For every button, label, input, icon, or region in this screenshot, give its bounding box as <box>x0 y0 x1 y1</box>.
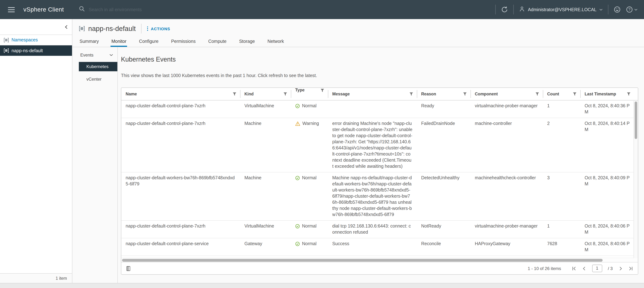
navigation-sidebar: Namespaces napp-ns-default 1 item <box>0 19 72 283</box>
column-header-reason[interactable]: Reason <box>417 88 470 100</box>
filter-icon[interactable] <box>463 92 467 96</box>
vsphere-client-window: vSphere Client Search in all environment… <box>0 0 644 288</box>
column-label: Kind <box>244 92 254 96</box>
namespace-icon <box>4 38 9 42</box>
user-menu[interactable]: Administrator@VSPHERE.LOCAL <box>519 6 602 13</box>
global-search[interactable]: Search in all environments <box>79 6 496 13</box>
column-header-type[interactable]: Type <box>291 88 328 100</box>
column-header-kind[interactable]: Kind <box>240 88 291 100</box>
column-label: Reason <box>421 92 436 96</box>
panel-description: This view shows the last 1000 Kubernetes… <box>121 73 638 78</box>
column-header-last-timestamp[interactable]: Last Timestamp <box>580 88 634 100</box>
table-row[interactable]: napp-cluster-default-control-plane-7xzrh… <box>121 100 638 118</box>
event-name-cell: napp-cluster-default-control-plane-7xzrh <box>121 221 240 238</box>
tab-summary[interactable]: Summary <box>79 38 100 47</box>
tab-monitor[interactable]: Monitor <box>111 38 127 47</box>
help-menu[interactable]: ? <box>626 6 638 13</box>
event-component-cell: virtualmachine-prober-manager <box>470 221 543 238</box>
event-message-cell <box>328 100 417 118</box>
object-header: napp-ns-default ACTIONS <box>72 19 644 34</box>
table-row[interactable]: napp-cluster-default-control-plane-7xzrh… <box>121 221 638 238</box>
tab-permissions[interactable]: Permissions <box>170 38 196 47</box>
column-label: Message <box>332 92 350 96</box>
user-icon <box>519 6 525 13</box>
vertical-scrollbar-thumb[interactable] <box>635 102 637 139</box>
filter-icon[interactable] <box>409 92 413 96</box>
event-count-cell: 1 <box>543 100 580 118</box>
event-component-cell: virtualmachine-prober-manager <box>470 100 543 118</box>
table-row[interactable]: napp-cluster-default-control-plane-7xzrh… <box>121 118 638 172</box>
subnav-item-kubernetes[interactable]: Kubernetes <box>79 62 117 71</box>
chevron-down-icon <box>599 8 602 10</box>
previous-page-button[interactable] <box>582 266 586 270</box>
filter-icon[interactable] <box>573 92 577 96</box>
first-page-button[interactable] <box>572 266 576 270</box>
window-bottom-strip <box>0 283 644 288</box>
subnav-group-events[interactable]: Events <box>79 52 117 58</box>
event-kind-cell: Machine <box>240 118 291 172</box>
event-message-cell: dial tcp 192.168.130.6:6443: connect: co… <box>328 221 417 238</box>
top-bar-actions: Administrator@VSPHERE.LOCAL ? <box>496 5 638 14</box>
subnav-group-label: Events <box>80 52 94 58</box>
event-kind-cell: Gateway <box>240 238 291 256</box>
subnav-item-vcenter[interactable]: vCenter <box>79 74 117 84</box>
tab-configure[interactable]: Configure <box>138 38 159 47</box>
event-type-label: Normal <box>302 241 316 247</box>
column-label: Count <box>547 92 559 96</box>
event-reason-cell: Reconcile <box>417 238 470 256</box>
last-page-button[interactable] <box>628 266 633 270</box>
tab-storage[interactable]: Storage <box>238 38 256 47</box>
sidebar-item-napp-ns-default[interactable]: napp-ns-default <box>0 45 72 56</box>
chevron-down-icon <box>634 8 638 10</box>
current-page-input[interactable]: 1 <box>592 264 602 272</box>
search-icon[interactable] <box>79 6 85 13</box>
status-normal-icon <box>295 103 300 108</box>
column-label: Component <box>475 92 498 96</box>
main-content: napp-ns-default ACTIONS SummaryMonitorCo… <box>72 19 644 283</box>
event-reason-cell: Ready <box>417 100 470 118</box>
event-count-cell: 1 <box>543 221 580 238</box>
event-message-cell: error draining Machine's node "napp-clus… <box>328 118 417 172</box>
column-header-name[interactable]: Name <box>121 88 240 100</box>
table-row[interactable]: napp-cluster-default-workers-bw76h-869bf… <box>121 172 638 221</box>
column-settings-icon[interactable] <box>126 266 130 271</box>
events-panel: Kubernetes Events This view shows the la… <box>118 47 644 283</box>
monitor-subnav: Events KubernetesvCenter <box>72 47 118 283</box>
collapse-sidebar-icon[interactable] <box>65 25 68 29</box>
column-header-message[interactable]: Message <box>328 88 417 100</box>
filter-icon[interactable] <box>232 92 236 96</box>
tab-network[interactable]: Network <box>267 38 285 47</box>
sidebar-item-namespaces[interactable]: Namespaces <box>0 35 72 45</box>
event-type-cell: Normal <box>291 221 328 238</box>
feedback-smiley-icon[interactable] <box>614 6 620 13</box>
refresh-button[interactable] <box>501 6 508 13</box>
event-type-cell: Normal <box>291 100 328 118</box>
event-name-cell: napp-cluster-default-control-plane-7xzrh <box>121 100 240 118</box>
horizontal-scrollbar[interactable] <box>121 258 638 262</box>
hamburger-menu-icon[interactable] <box>8 7 15 12</box>
vertical-scrollbar[interactable] <box>634 101 638 258</box>
event-component-cell: HAProxyGateway <box>470 238 543 256</box>
table-row[interactable]: napp-cluster-default-control-plane-servi… <box>121 238 638 256</box>
next-page-button[interactable] <box>618 266 623 270</box>
status-normal-icon <box>295 223 300 228</box>
namespace-icon <box>4 48 9 53</box>
tab-compute[interactable]: Compute <box>208 38 227 47</box>
actions-button[interactable]: ACTIONS <box>147 26 170 31</box>
event-name-cell: napp-cluster-default-workers-bw76h-869bf… <box>121 172 240 220</box>
column-label: Name <box>126 92 137 96</box>
filter-icon[interactable] <box>320 88 324 92</box>
column-header-count[interactable]: Count <box>543 88 580 100</box>
horizontal-scrollbar-thumb[interactable] <box>122 259 602 262</box>
filter-icon[interactable] <box>283 92 287 96</box>
event-count-cell: 2 <box>543 118 580 172</box>
event-reason-cell: FailedDrainNode <box>417 118 470 172</box>
event-message-cell: Success <box>328 238 417 256</box>
event-type-label: Normal <box>302 175 316 181</box>
filter-icon[interactable] <box>627 92 631 96</box>
filter-icon[interactable] <box>535 92 539 96</box>
divider <box>514 5 514 14</box>
column-header-component[interactable]: Component <box>470 88 543 100</box>
sidebar-item-label: Namespaces <box>12 38 38 42</box>
event-kind-cell: VirtualMachine <box>240 221 291 238</box>
